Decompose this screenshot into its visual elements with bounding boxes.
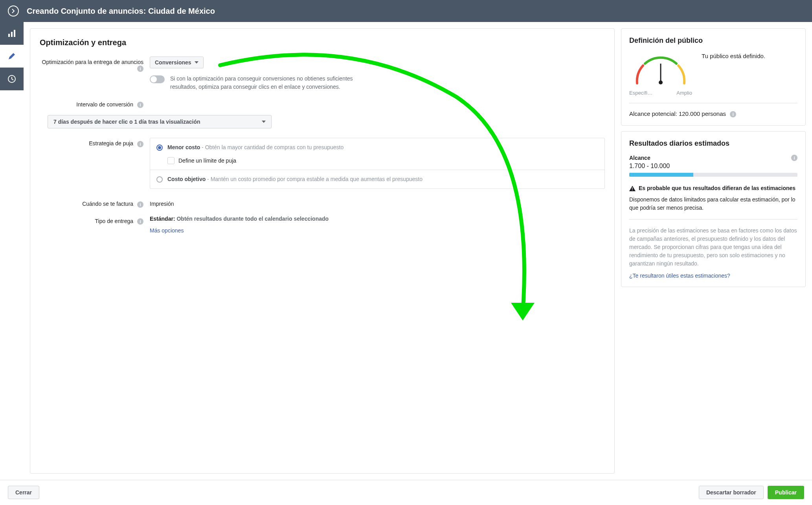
potential-reach-label: Alcance potencial: bbox=[629, 110, 679, 117]
optimization-row: Optimización para la entrega de anuncios… bbox=[40, 57, 605, 91]
optimization-dropdown[interactable]: Conversiones bbox=[150, 57, 204, 68]
warning-title-text: Es probable que tus resultados difieran … bbox=[639, 185, 795, 192]
info-icon[interactable]: i bbox=[137, 102, 143, 108]
info-icon[interactable]: i bbox=[137, 201, 143, 208]
potential-reach-value: 120.000 personas bbox=[679, 110, 726, 117]
estimated-results-card: Resultados diarios estimados Alcance i 1… bbox=[621, 131, 806, 287]
bid-strategy-group: Menor costo - Obtén la mayor cantidad de… bbox=[150, 138, 605, 189]
svg-rect-0 bbox=[8, 34, 10, 37]
info-icon[interactable]: i bbox=[137, 218, 143, 225]
divider bbox=[629, 219, 797, 220]
bid-option-desc: - Mantén un costo promedio por compra es… bbox=[206, 176, 423, 182]
radio-selected-icon bbox=[156, 145, 163, 151]
bid-option-target-cost[interactable]: Costo objetivo - Mantén un costo promedi… bbox=[150, 170, 604, 189]
audience-card-title: Definición del público bbox=[629, 37, 797, 45]
chevron-down-icon bbox=[195, 61, 198, 64]
page-title: Creando Conjunto de anuncios: Ciudad de … bbox=[27, 7, 215, 16]
bid-cap-label: Define un límite de puja bbox=[178, 157, 236, 164]
gauge-left-label: Específi… bbox=[629, 90, 652, 96]
delivery-type-label: Tipo de entrega bbox=[95, 218, 134, 224]
page-header: Creando Conjunto de anuncios: Ciudad de … bbox=[0, 0, 812, 22]
svg-rect-2 bbox=[14, 30, 15, 37]
feedback-link[interactable]: ¿Te resultaron útiles estas estimaciones… bbox=[629, 273, 730, 279]
bid-strategy-label: Estrategia de puja bbox=[89, 140, 133, 146]
bid-option-lowest-cost[interactable]: Menor costo - Obtén la mayor cantidad de… bbox=[150, 138, 604, 170]
bid-option-title: Costo objetivo bbox=[167, 176, 206, 182]
bid-option-title: Menor costo bbox=[167, 144, 200, 150]
radio-unselected-icon bbox=[156, 176, 163, 183]
conversion-window-label: Intervalo de conversión bbox=[76, 101, 133, 108]
optimization-label: Optimización para la entrega de anuncios bbox=[42, 59, 143, 65]
sidebar-nav bbox=[0, 22, 24, 480]
chevron-right-icon bbox=[11, 9, 16, 13]
delivery-type-row: Tipo de entrega i Estándar: Obtén result… bbox=[40, 216, 605, 234]
info-icon[interactable]: i bbox=[730, 111, 736, 117]
bar-chart-icon bbox=[7, 29, 16, 38]
fallback-toggle[interactable] bbox=[150, 75, 165, 83]
close-button[interactable]: Cerrar bbox=[8, 486, 39, 499]
reach-progress-fill bbox=[629, 173, 693, 177]
fallback-toggle-text: Si con la optimización para conseguir co… bbox=[170, 75, 359, 91]
clock-icon bbox=[7, 75, 16, 83]
audience-status-text: Tu público está definido. bbox=[702, 52, 765, 60]
billing-value: Impresión bbox=[150, 198, 605, 207]
audience-gauge: Específi… Amplio bbox=[629, 52, 692, 96]
warning-icon bbox=[629, 186, 636, 191]
section-title: Optimización y entrega bbox=[40, 38, 605, 47]
warning-desc-text: Disponemos de datos limitados para calcu… bbox=[629, 196, 797, 212]
svg-rect-1 bbox=[11, 32, 13, 37]
publish-button[interactable]: Publicar bbox=[768, 486, 804, 499]
footer-bar: Cerrar Descartar borrador Publicar bbox=[0, 480, 812, 505]
sidebar-item-edit[interactable] bbox=[0, 45, 24, 68]
info-icon[interactable]: i bbox=[137, 141, 143, 147]
info-icon[interactable]: i bbox=[137, 66, 143, 72]
gauge-icon bbox=[629, 52, 692, 87]
sidebar-item-campaigns[interactable] bbox=[0, 22, 24, 45]
expand-icon[interactable] bbox=[8, 5, 19, 16]
bid-strategy-row: Estrategia de puja i Menor costo - Obtén… bbox=[40, 138, 605, 189]
delivery-type-strong: Estándar: bbox=[150, 216, 176, 222]
optimization-value: Conversiones bbox=[155, 59, 191, 66]
disclaimer-text: La precisión de las estimaciones se basa… bbox=[629, 227, 797, 268]
reach-metric-label: Alcance bbox=[629, 155, 650, 161]
info-icon[interactable]: i bbox=[791, 155, 797, 161]
bid-cap-checkbox-row[interactable]: Define un límite de puja bbox=[167, 157, 598, 164]
discard-draft-button[interactable]: Descartar borrador bbox=[699, 486, 764, 499]
conversion-window-row: Intervalo de conversión i bbox=[40, 99, 605, 108]
pencil-icon bbox=[7, 52, 16, 60]
delivery-type-desc: Obtén resultados durante todo el calenda… bbox=[176, 216, 329, 222]
bid-option-desc: - Obtén la mayor cantidad de compras con… bbox=[200, 144, 344, 150]
svg-point-5 bbox=[659, 81, 663, 84]
reach-progress-bar bbox=[629, 173, 797, 177]
results-card-title: Resultados diarios estimados bbox=[629, 139, 797, 148]
checkbox-icon bbox=[167, 157, 175, 164]
divider bbox=[629, 103, 797, 103]
audience-definition-card: Definición del público Específi… Ampli bbox=[621, 28, 806, 126]
more-options-link[interactable]: Más opciones bbox=[150, 227, 184, 234]
chevron-down-icon bbox=[262, 121, 266, 123]
conversion-window-dropdown[interactable]: 7 días después de hacer clic o 1 día tra… bbox=[48, 115, 272, 128]
billing-label: Cuándo se te factura bbox=[82, 201, 133, 207]
sidebar-item-history[interactable] bbox=[0, 68, 24, 90]
billing-row: Cuándo se te factura i Impresión bbox=[40, 198, 605, 207]
reach-metric-value: 1.700 - 10.000 bbox=[629, 163, 797, 170]
main-form-panel: Optimización y entrega Optimización para… bbox=[30, 28, 615, 474]
conversion-window-value: 7 días después de hacer clic o 1 día tra… bbox=[53, 119, 200, 125]
gauge-right-label: Amplio bbox=[676, 90, 692, 96]
